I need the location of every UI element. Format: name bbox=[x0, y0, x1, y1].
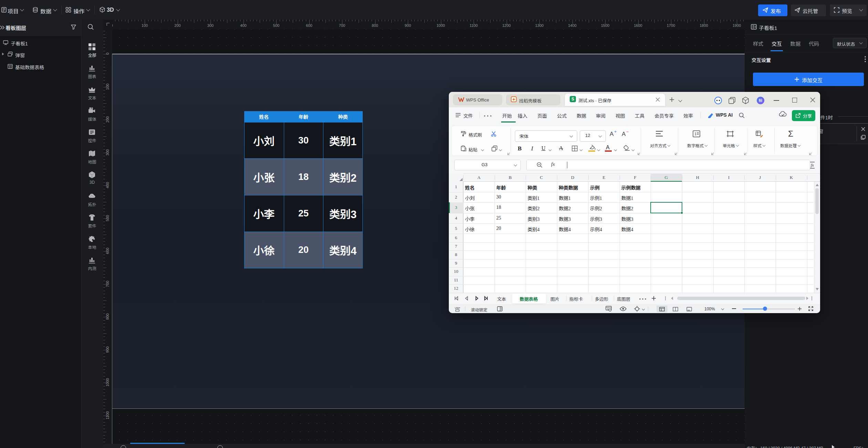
svg-text:VBP: VBP bbox=[455, 307, 460, 310]
svg-text:fx: fx bbox=[811, 163, 814, 168]
svg-text:1: 1 bbox=[694, 132, 696, 136]
